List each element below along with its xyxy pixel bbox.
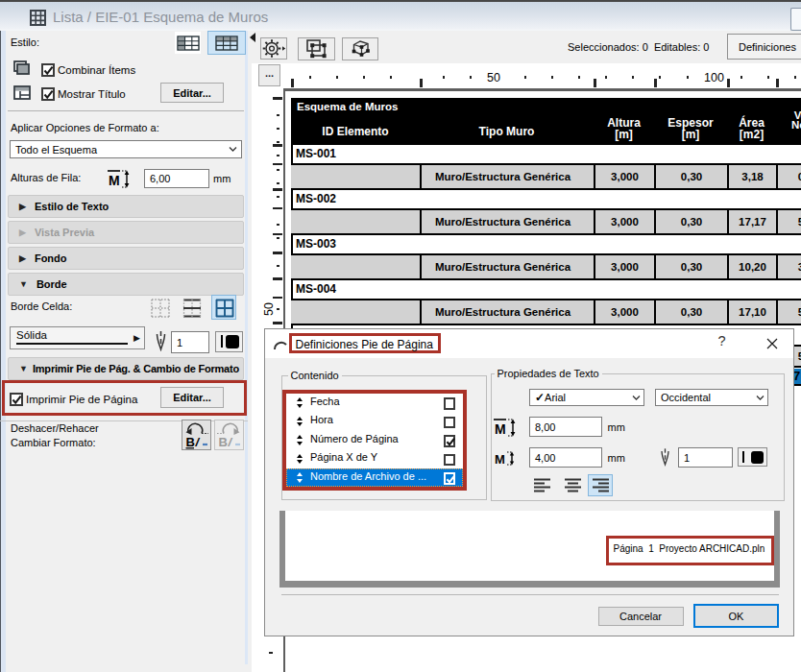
svg-text:M: M (109, 173, 120, 188)
svg-text:B: B (186, 435, 195, 449)
svg-text:M: M (495, 452, 505, 467)
svg-text:B: B (219, 435, 228, 449)
svg-text:/: / (228, 435, 233, 449)
svg-text:/: / (195, 435, 201, 449)
svg-text:M: M (495, 421, 506, 437)
svg-text:50: 50 (262, 302, 276, 316)
